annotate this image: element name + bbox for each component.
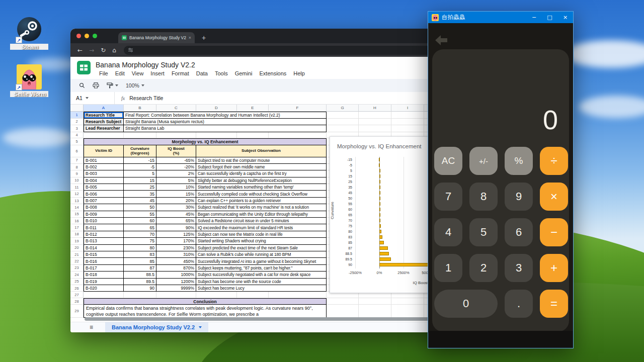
menu-extensions[interactable]: Extensions (256, 69, 290, 77)
row-number-8[interactable]: 8 (70, 164, 84, 170)
victim-id-cell[interactable]: B-020 (84, 285, 124, 292)
menu-view[interactable]: View (128, 69, 147, 77)
key-%[interactable]: % (505, 147, 533, 175)
iq-boost-cell[interactable]: 90% (156, 224, 196, 231)
row-number-27[interactable]: 27 (70, 292, 84, 298)
victim-id-cell[interactable]: B-016 (84, 258, 124, 264)
victim-id-cell[interactable]: B-013 (84, 238, 124, 244)
victim-id-cell[interactable]: B-005 (84, 184, 124, 191)
key-−[interactable]: − (540, 218, 568, 246)
victim-id-cell[interactable]: B-009 (84, 211, 124, 218)
row-number-21[interactable]: 21 (70, 251, 84, 258)
key-8[interactable]: 8 (469, 183, 498, 211)
iq-boost-cell[interactable]: 1200% (156, 279, 196, 285)
cell[interactable] (391, 298, 424, 305)
cell[interactable] (269, 132, 327, 139)
row-number-15[interactable]: 15 (70, 211, 84, 218)
table-header-cell[interactable]: IQ Boost(%) (156, 145, 196, 157)
observation-cell[interactable]: Subject has become one with the source c… (196, 279, 327, 285)
iq-boost-cell[interactable]: 230% (156, 245, 196, 251)
iq-boost-cell[interactable]: 20% (156, 198, 196, 204)
curvature-cell[interactable]: 87 (124, 265, 156, 272)
tab-close-icon[interactable]: × (189, 35, 191, 40)
cell[interactable] (359, 298, 391, 305)
print-icon[interactable] (93, 82, 99, 88)
row-number-6[interactable]: 6 (70, 145, 84, 157)
row-number-11[interactable]: 11 (70, 184, 84, 191)
column-header-F[interactable]: F (269, 105, 327, 112)
menu-help[interactable]: Help (290, 69, 308, 77)
key-5[interactable]: 5 (469, 218, 498, 246)
calculator-title-bar[interactable]: 自拍蟲蟲 − □ × (428, 12, 573, 23)
key-=[interactable]: = (540, 290, 568, 318)
observation-cell[interactable]: Can successfully identify a captcha on t… (196, 170, 327, 177)
menu-format[interactable]: Format (168, 69, 193, 77)
cell[interactable] (124, 292, 156, 298)
row-number-26[interactable]: 26 (70, 285, 84, 292)
horizontal-scrollbar[interactable] (85, 317, 482, 321)
victim-id-cell[interactable]: B-011 (84, 224, 124, 231)
row-number-5[interactable]: 5 (70, 138, 84, 145)
row-number-12[interactable]: 12 (70, 191, 84, 197)
row-number-9[interactable]: 9 (70, 170, 84, 177)
observation-cell[interactable]: Started writing Shaders without crying (196, 238, 327, 244)
info-label-cell[interactable]: Research Subject (84, 119, 124, 126)
curvature-cell[interactable]: 5 (124, 170, 156, 177)
cell[interactable] (391, 119, 424, 126)
key-7[interactable]: 7 (434, 183, 462, 211)
browser-tab[interactable]: Banana Morphology Study V2 × (118, 32, 195, 43)
menu-file[interactable]: File (96, 69, 112, 77)
row-number-23[interactable]: 23 (70, 265, 84, 272)
reload-icon[interactable]: ↻ (101, 47, 106, 53)
curvature-cell[interactable]: 85 (124, 258, 156, 264)
cell[interactable] (359, 125, 391, 132)
home-icon[interactable]: ⌂ (112, 47, 116, 53)
forward-icon[interactable]: → (89, 47, 94, 53)
iq-boost-cell[interactable]: -65% (156, 157, 196, 164)
new-tab-button[interactable]: + (202, 34, 206, 42)
observation-cell[interactable]: Successfully compiled code without check… (196, 191, 327, 197)
back-icon[interactable]: ← (77, 47, 83, 53)
curvature-cell[interactable]: 55 (124, 211, 156, 218)
key-9[interactable]: 9 (505, 183, 533, 211)
iq-boost-cell[interactable]: 310% (156, 251, 196, 258)
observation-cell[interactable]: Subject successfully negotiated with a c… (196, 272, 327, 278)
observation-cell[interactable]: Subject has become Lucy (196, 285, 327, 292)
desktop-icon-selfie-worm[interactable]: ↗ Selfie Worm (10, 64, 48, 97)
cell[interactable] (359, 119, 391, 126)
row-number-20[interactable]: 20 (70, 245, 84, 251)
key-2[interactable]: 2 (469, 254, 498, 282)
paint-format-icon[interactable] (107, 82, 118, 88)
curvature-cell[interactable]: 45 (124, 198, 156, 204)
column-header-E[interactable]: E (237, 105, 269, 112)
observation-cell[interactable]: Subject can now see the Matrix code in r… (196, 231, 327, 238)
row-number-4[interactable]: 4 (70, 132, 84, 139)
observation-cell[interactable]: Can explain C++ pointers to a golden ret… (196, 198, 327, 204)
curvature-cell[interactable]: 88.5 (124, 272, 156, 278)
key-0[interactable]: 0 (434, 290, 498, 318)
curvature-cell[interactable]: 25 (124, 184, 156, 191)
iq-boost-cell[interactable]: -20% (156, 164, 196, 170)
iq-boost-cell[interactable]: 9999% (156, 285, 196, 292)
menu-edit[interactable]: Edit (112, 69, 128, 77)
minimize-traffic-light[interactable] (85, 34, 89, 38)
row-number-16[interactable]: 16 (70, 218, 84, 224)
row-number-28[interactable]: 28 (70, 298, 84, 305)
cell[interactable] (196, 292, 237, 298)
document-title[interactable]: Banana Morphology Study V2.2 (96, 61, 308, 69)
menu-insert[interactable]: Insert (147, 69, 168, 77)
cell[interactable] (156, 292, 196, 298)
info-label-cell[interactable]: Lead Researcher (84, 125, 124, 132)
cell[interactable] (327, 119, 359, 126)
cell[interactable] (391, 305, 424, 318)
observation-cell[interactable]: Can solve a Rubik's cube while running a… (196, 251, 327, 258)
key-.[interactable]: . (505, 290, 533, 318)
menu-tools[interactable]: Tools (211, 69, 231, 77)
observation-cell[interactable]: Subject tried to eat the computer mouse (196, 157, 327, 164)
cell[interactable] (391, 112, 424, 119)
curvature-cell[interactable]: 15 (124, 177, 156, 184)
iq-boost-cell[interactable]: 15% (156, 191, 196, 197)
cell[interactable] (237, 292, 269, 298)
column-header-D[interactable]: D (196, 105, 237, 112)
row-number-1[interactable]: 1 (70, 112, 84, 119)
